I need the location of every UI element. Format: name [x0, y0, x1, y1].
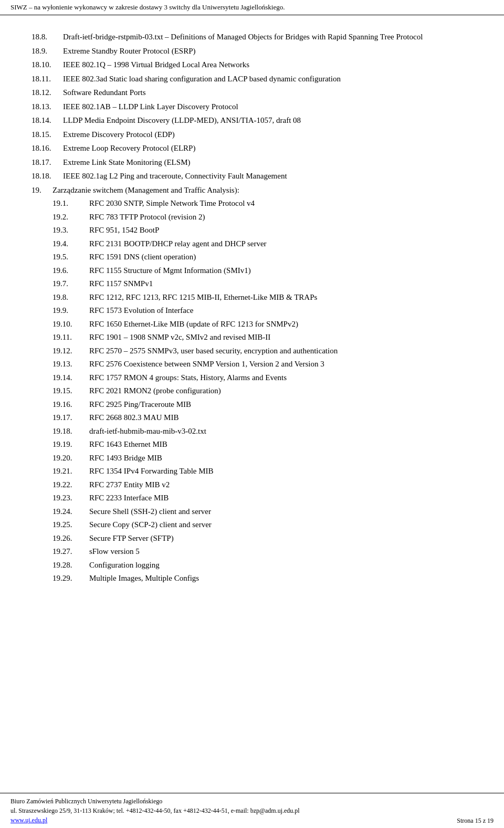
sub-item-text: RFC 1591 DNS (client operation)	[89, 251, 472, 263]
item-text: Extreme Loop Recovery Protocol (ELRP)	[63, 142, 472, 154]
sub-item-number: 19.15.	[52, 385, 89, 397]
item-number: 18.13.	[32, 101, 63, 113]
list-item: 19.28.Configuration logging	[52, 559, 472, 571]
sub-item-number: 19.11.	[52, 331, 89, 343]
list-item: 19.23.RFC 2233 Interface MIB	[52, 492, 472, 504]
item-text: LLDP Media Endpoint Discovery (LLDP-MED)…	[63, 114, 472, 127]
sub-item-text: RFC 2576 Coexistence between SNMP Versio…	[89, 358, 472, 370]
sub-item-number: 19.5.	[52, 251, 89, 263]
list-item: 18.9.Extreme Standby Router Protocol (ES…	[32, 45, 472, 57]
list-item: 19.8.RFC 1212, RFC 1213, RFC 1215 MIB-II…	[52, 291, 472, 303]
list-item: 19.22.RFC 2737 Entity MIB v2	[52, 479, 472, 491]
item-text: Software Redundant Ports	[63, 87, 472, 99]
list-item: 19.19.RFC 1643 Ethernet MIB	[52, 438, 472, 450]
list-item: 18.12.Software Redundant Ports	[32, 87, 472, 99]
item-text: Extreme Discovery Protocol (EDP)	[63, 129, 472, 141]
sub-item-text: RFC 2668 802.3 MAU MIB	[89, 412, 472, 424]
sub-item-text: RFC 951, 1542 BootP	[89, 224, 472, 236]
item-text: Extreme Standby Router Protocol (ESRP)	[63, 45, 472, 57]
item-number: 18.17.	[32, 156, 63, 169]
list-item: 19.5.RFC 1591 DNS (client operation)	[52, 251, 472, 263]
sub-item-text: RFC 1155 Structure of Mgmt Information (…	[89, 265, 472, 277]
section-19: 19.Zarządzanie switchem (Management and …	[32, 184, 472, 586]
list-item: 19.26.Secure FTP Server (SFTP)	[52, 532, 472, 544]
section-19-number: 19.	[32, 184, 52, 586]
sub-item-text: draft-ietf-hubmib-mau-mib-v3-02.txt	[89, 425, 472, 437]
list-item: 19.6.RFC 1155 Structure of Mgmt Informat…	[52, 265, 472, 277]
page-header: SIWZ – na wyłonienie wykonawcy w zakresi…	[0, 0, 504, 15]
list-item: 18.11.IEEE 802.3ad Static load sharing c…	[32, 73, 472, 85]
list-item: 18.10.IEEE 802.1Q – 1998 Virtual Bridged…	[32, 59, 472, 71]
sub-item-number: 19.6.	[52, 265, 89, 277]
sub-item-number: 19.8.	[52, 291, 89, 303]
sub-item-text: RFC 1650 Ethernet-Like MIB (update of RF…	[89, 318, 472, 330]
sub-item-number: 19.13.	[52, 358, 89, 370]
list-item: 19.3.RFC 951, 1542 BootP	[52, 224, 472, 236]
sub-item-number: 19.19.	[52, 438, 89, 450]
sub-item-text: RFC 1157 SNMPv1	[89, 278, 472, 290]
sub-item-text: Configuration logging	[89, 559, 472, 571]
sub-item-number: 19.14.	[52, 372, 89, 384]
sub-item-text: RFC 2737 Entity MIB v2	[89, 479, 472, 491]
item-text: Draft-ietf-bridge-rstpmib-03.txt – Defin…	[63, 31, 472, 43]
sub-item-text: RFC 1757 RMON 4 groups: Stats, History, …	[89, 372, 472, 384]
list-item: 18.17.Extreme Link State Monitoring (ELS…	[32, 156, 472, 169]
page-number: Strona 15 z 19	[457, 817, 494, 824]
section-18-items: 18.8.Draft-ietf-bridge-rstpmib-03.txt – …	[32, 31, 472, 182]
list-item: 19.12.RFC 2570 – 2575 SNMPv3, user based…	[52, 345, 472, 357]
sub-item-number: 19.26.	[52, 532, 89, 544]
sub-item-number: 19.2.	[52, 211, 89, 223]
item-text: IEEE 802.3ad Static load sharing configu…	[63, 73, 472, 85]
sub-item-text: Secure Shell (SSH-2) client and server	[89, 506, 472, 518]
sub-item-number: 19.7.	[52, 278, 89, 290]
sub-item-number: 19.16.	[52, 399, 89, 411]
sub-item-text: Secure FTP Server (SFTP)	[89, 532, 472, 544]
section-19-header: 19.Zarządzanie switchem (Management and …	[32, 184, 472, 586]
sub-item-text: RFC 2021 RMON2 (probe configuration)	[89, 385, 472, 397]
item-text: IEEE 802.1Q – 1998 Virtual Bridged Local…	[63, 59, 472, 71]
sub-item-text: RFC 2570 – 2575 SNMPv3, user based secur…	[89, 345, 472, 357]
footer-right: Strona 15 z 19	[457, 817, 494, 825]
item-number: 18.14.	[32, 114, 63, 127]
list-item: 19.27. sFlow version 5	[52, 546, 472, 558]
sub-item-text: RFC 783 TFTP Protocol (revision 2)	[89, 211, 472, 223]
list-item: 19.25.Secure Copy (SCP-2) client and ser…	[52, 519, 472, 531]
sub-item-text: RFC 2233 Interface MIB	[89, 492, 472, 504]
list-item: 19.17.RFC 2668 802.3 MAU MIB	[52, 412, 472, 424]
list-item: 19.21.RFC 1354 IPv4 Forwarding Table MIB	[52, 465, 472, 477]
item-number: 18.8.	[32, 31, 63, 43]
sub-item-number: 19.24.	[52, 506, 89, 518]
list-item: 18.14.LLDP Media Endpoint Discovery (LLD…	[32, 114, 472, 127]
sub-item-number: 19.17.	[52, 412, 89, 424]
list-item: 19.10.RFC 1650 Ethernet-Like MIB (update…	[52, 318, 472, 330]
list-item: 19.7.RFC 1157 SNMPv1	[52, 278, 472, 290]
sub-item-number: 19.23.	[52, 492, 89, 504]
footer-website: www.uj.edu.pl	[10, 815, 300, 825]
sub-item-text: RFC 1493 Bridge MIB	[89, 452, 472, 464]
sub-item-text: RFC 1354 IPv4 Forwarding Table MIB	[89, 465, 472, 477]
item-text: Extreme Link State Monitoring (ELSM)	[63, 156, 472, 169]
sub-item-text: RFC 2030 SNTP, Simple Network Time Proto…	[89, 197, 472, 209]
item-number: 18.12.	[32, 87, 63, 99]
list-item: 18.15.Extreme Discovery Protocol (EDP)	[32, 129, 472, 141]
sub-item-text: RFC 2131 BOOTP/DHCP relay agent and DHCP…	[89, 238, 472, 250]
sub-item-number: 19.21.	[52, 465, 89, 477]
sub-item-text: RFC 1643 Ethernet MIB	[89, 438, 472, 450]
list-item: 18.16.Extreme Loop Recovery Protocol (EL…	[32, 142, 472, 154]
footer-left: Biuro Zamówień Publicznych Uniwersytetu …	[10, 796, 300, 825]
section-19-content: Zarządzanie switchem (Management and Tra…	[52, 184, 472, 586]
sub-item-number: 19.9.	[52, 305, 89, 317]
list-item: 19.1.RFC 2030 SNTP, Simple Network Time …	[52, 197, 472, 209]
sub-item-text: Secure Copy (SCP-2) client and server	[89, 519, 472, 531]
footer-website-link[interactable]: www.uj.edu.pl	[10, 816, 47, 824]
list-item: 19.14.RFC 1757 RMON 4 groups: Stats, His…	[52, 372, 472, 384]
list-item: 19.16.RFC 2925 Ping/Traceroute MIB	[52, 399, 472, 411]
main-content: 18.8.Draft-ietf-bridge-rstpmib-03.txt – …	[0, 15, 504, 641]
list-item: 19.2.RFC 783 TFTP Protocol (revision 2)	[52, 211, 472, 223]
page-footer: Biuro Zamówień Publicznych Uniwersytetu …	[0, 793, 504, 828]
list-item: 19.24.Secure Shell (SSH-2) client and se…	[52, 506, 472, 518]
list-item: 19.13.RFC 2576 Coexistence between SNMP …	[52, 358, 472, 370]
sub-item-number: 19.27.	[52, 546, 89, 558]
sub-item-number: 19.25.	[52, 519, 89, 531]
item-number: 18.10.	[32, 59, 63, 71]
